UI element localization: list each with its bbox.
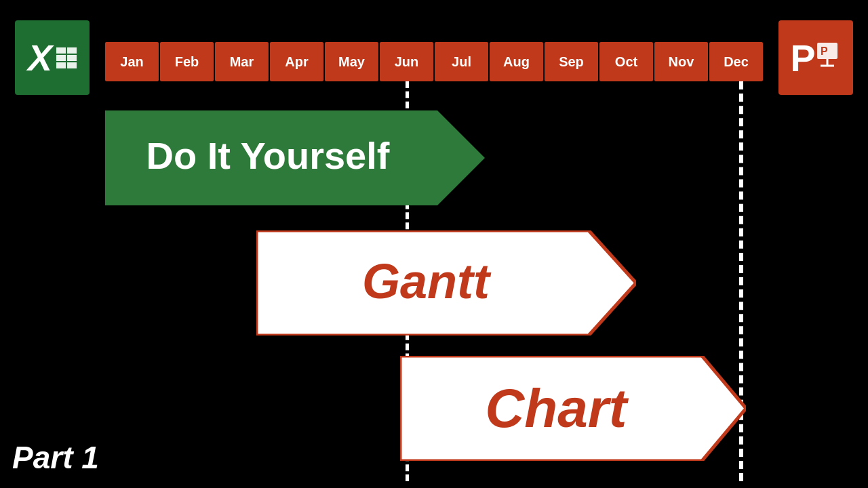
month-sep: Sep bbox=[545, 42, 598, 81]
month-jan: Jan bbox=[105, 42, 159, 81]
diy-label: Do It Yourself bbox=[146, 134, 390, 177]
ppt-logo-inner: P P bbox=[790, 36, 841, 80]
gantt-label: Gantt bbox=[362, 254, 492, 308]
month-jul: Jul bbox=[435, 42, 488, 81]
gantt-arrow: Gantt bbox=[256, 230, 636, 336]
ppt-slide-icon: P bbox=[817, 43, 842, 73]
diy-arrow-svg: Do It Yourself bbox=[105, 110, 485, 205]
month-feb: Feb bbox=[160, 42, 214, 81]
do-it-yourself-arrow: Do It Yourself bbox=[105, 110, 485, 205]
gantt-arrow-svg: Gantt bbox=[256, 230, 636, 336]
part-1-label: Part 1 bbox=[12, 439, 99, 476]
month-jun: Jun bbox=[380, 42, 433, 81]
chart-arrow: Chart bbox=[400, 356, 746, 461]
month-dec: Dec bbox=[709, 42, 763, 81]
excel-letter: X bbox=[28, 37, 52, 79]
month-timeline: Jan Feb Mar Apr May Jun Jul Aug Sep Oct … bbox=[105, 42, 763, 81]
excel-logo: X bbox=[15, 20, 90, 95]
excel-grid-icon bbox=[56, 47, 77, 68]
month-oct: Oct bbox=[599, 42, 653, 81]
chart-arrow-svg: Chart bbox=[400, 356, 746, 461]
month-apr: Apr bbox=[270, 42, 323, 81]
chart-label: Chart bbox=[486, 378, 629, 439]
ppt-letter: P bbox=[790, 36, 815, 80]
month-may: May bbox=[325, 42, 378, 81]
month-aug: Aug bbox=[490, 42, 543, 81]
svg-text:P: P bbox=[821, 45, 828, 57]
month-nov: Nov bbox=[654, 42, 708, 81]
month-mar: Mar bbox=[215, 42, 269, 81]
ppt-logo: P P bbox=[778, 20, 853, 95]
